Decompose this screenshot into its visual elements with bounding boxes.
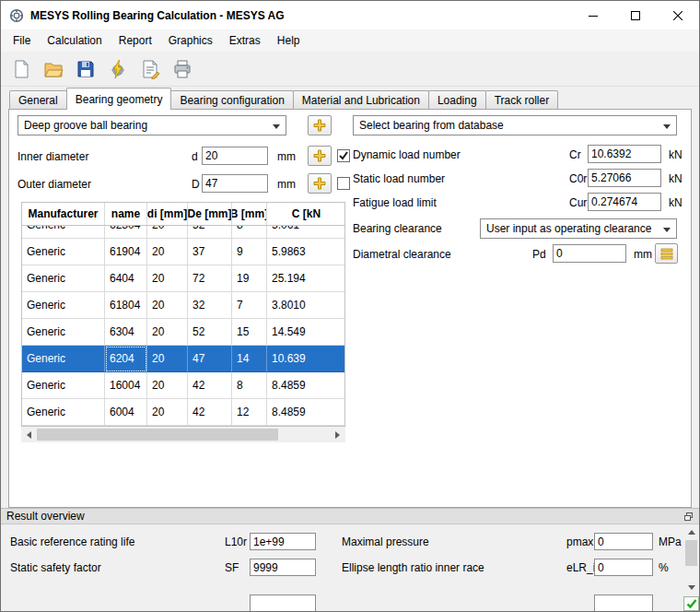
field-input-2[interactable] <box>588 193 661 211</box>
close-button[interactable] <box>657 1 699 29</box>
table-cell: Generic <box>22 319 105 346</box>
print-button[interactable] <box>169 55 196 83</box>
database-select-value: Select bearing from database <box>359 119 504 132</box>
minimize-button[interactable] <box>572 1 614 29</box>
menu-graphics[interactable]: Graphics <box>160 29 221 52</box>
outer-diameter-input[interactable] <box>202 174 268 193</box>
menu-extras[interactable]: Extras <box>221 29 269 52</box>
partial-result-input[interactable] <box>594 594 653 611</box>
field-input-1[interactable] <box>588 169 661 187</box>
field-label-0: Dynamic load number <box>353 148 461 161</box>
bearing-clearance-value: User input as operating clearance <box>486 222 651 235</box>
new-document-icon <box>11 59 31 79</box>
bearing-clearance-label: Bearing clearance <box>353 222 442 235</box>
new-document-button[interactable] <box>7 55 35 83</box>
menu-bar: FileCalculationReportGraphicsExtrasHelp <box>1 29 699 52</box>
save-button[interactable] <box>72 55 99 83</box>
scroll-up-button[interactable] <box>683 524 699 540</box>
add-bearing-type-button[interactable] <box>308 115 332 135</box>
plus-icon <box>312 118 327 133</box>
column-header-2[interactable]: di [mm] <box>147 203 188 225</box>
table-row[interactable]: Generic61904203795.9863 <box>22 239 344 265</box>
table-cell: 72 <box>188 265 232 292</box>
tab-track-roller[interactable]: Track roller <box>485 90 559 109</box>
maximize-button[interactable] <box>614 1 657 29</box>
tab-general[interactable]: General <box>9 90 67 109</box>
table-row[interactable]: Generic16004204288.4859 <box>22 372 344 399</box>
result-input[interactable] <box>594 559 653 576</box>
vertical-scroll-thumb[interactable] <box>685 540 697 566</box>
tab-loading[interactable]: Loading <box>428 90 486 109</box>
table-cell: 6304 <box>105 319 147 346</box>
database-select[interactable]: Select bearing from database <box>353 115 677 135</box>
arrow-left-icon <box>27 431 31 439</box>
table-row[interactable]: Generic620420471410.639 <box>22 346 344 372</box>
status-ok-indicator <box>683 596 699 611</box>
inner-diameter-checkbox[interactable] <box>337 149 350 162</box>
clearance-options-button[interactable] <box>655 243 678 264</box>
table-row[interactable]: Generic61804203273.8010 <box>22 292 344 319</box>
table-row[interactable]: Generic630420521514.549 <box>22 319 344 346</box>
table-row[interactable]: Generic60042042128.4859 <box>22 399 344 426</box>
plus-icon <box>312 176 327 191</box>
menu-report[interactable]: Report <box>111 29 160 52</box>
horizontal-scroll-thumb[interactable] <box>37 429 278 441</box>
bearing-clearance-select[interactable]: User input as operating clearance <box>480 218 677 239</box>
diametral-clearance-input[interactable] <box>553 244 626 263</box>
table-cell: 14.549 <box>267 319 345 346</box>
result-symbol: SF <box>225 561 239 574</box>
scroll-right-button[interactable] <box>330 427 345 442</box>
add-inner-diameter-button[interactable] <box>308 146 332 166</box>
open-file-button[interactable] <box>40 55 67 83</box>
close-icon <box>673 11 682 20</box>
menu-calculation[interactable]: Calculation <box>39 29 110 52</box>
tab-bearing-configuration[interactable]: Bearing configuration <box>170 90 293 109</box>
column-header-5[interactable]: C [kN <box>267 203 345 225</box>
bearing-geometry-panel: Deep groove ball bearing Inner diameter … <box>8 109 692 508</box>
table-cell: 3.8010 <box>267 292 345 319</box>
outer-diameter-checkbox[interactable] <box>337 177 350 190</box>
table-cell: Generic <box>22 292 105 319</box>
table-cell: 52 <box>188 226 232 239</box>
menu-help[interactable]: Help <box>269 29 309 52</box>
table-horizontal-scrollbar[interactable] <box>21 427 345 442</box>
table-cell: 25.194 <box>267 265 345 292</box>
result-label: Ellipse length ratio inner race <box>342 561 484 574</box>
result-input[interactable] <box>250 533 316 550</box>
menu-file[interactable]: File <box>5 29 39 52</box>
result-input[interactable] <box>594 533 653 550</box>
add-outer-diameter-button[interactable] <box>308 173 332 194</box>
partial-result-input[interactable] <box>250 594 316 611</box>
table-row[interactable]: Generic640420721925.194 <box>22 265 344 292</box>
diametral-clearance-symbol: Pd <box>532 248 546 261</box>
table-row[interactable]: Generic62304205285.061 <box>22 226 344 239</box>
result-unit: % <box>659 561 669 574</box>
calculate-icon <box>108 59 128 79</box>
result-input[interactable] <box>250 559 316 576</box>
tab-material-and-lubrication[interactable]: Material and Lubrication <box>293 90 429 109</box>
report-icon <box>140 59 160 79</box>
outer-diameter-label: Outer diameter <box>18 178 91 191</box>
maximize-icon <box>631 11 640 20</box>
column-header-3[interactable]: De [mm] <box>188 203 232 225</box>
column-header-4[interactable]: B [mm] <box>232 203 267 225</box>
column-header-0[interactable]: Manufacturer <box>22 203 105 225</box>
bearing-table-body[interactable]: Generic62304205285.061Generic61904203795… <box>21 226 345 427</box>
result-overview-body: Basic reference rating lifeL10rMaximal p… <box>1 524 699 611</box>
scroll-left-button[interactable] <box>21 427 37 442</box>
result-symbol: L10r <box>225 536 247 548</box>
window-controls <box>572 1 699 29</box>
field-input-0[interactable] <box>588 145 661 163</box>
bearing-type-select[interactable]: Deep groove ball bearing <box>18 115 286 135</box>
scroll-down-button[interactable] <box>683 580 699 595</box>
result-vertical-scrollbar[interactable] <box>683 524 699 595</box>
column-header-1[interactable]: name <box>105 203 147 225</box>
arrow-down-icon <box>688 585 695 590</box>
table-cell: 8.4859 <box>267 372 345 399</box>
report-button[interactable] <box>136 55 164 83</box>
tab-bearing-geometry[interactable]: Bearing geometry <box>66 88 172 110</box>
calculate-button[interactable] <box>104 55 132 83</box>
undock-icon[interactable] <box>683 512 694 522</box>
inner-diameter-input[interactable] <box>202 147 268 165</box>
result-overview-header: Result overview <box>1 508 699 524</box>
